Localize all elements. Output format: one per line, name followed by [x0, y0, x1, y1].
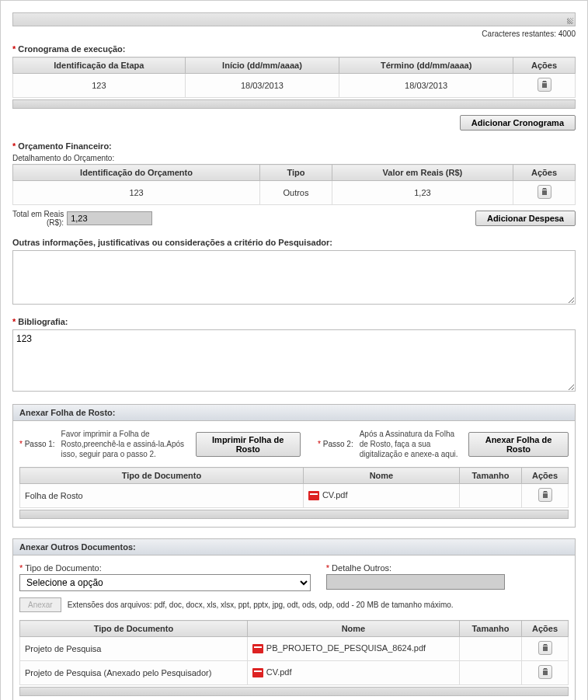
svg-rect-5: [254, 670, 262, 672]
svg-rect-0: [308, 491, 319, 500]
orc-ident: 123: [13, 181, 260, 205]
table-row: Projeto de Pesquisa PB_PROJETO_DE_PESQUI…: [20, 637, 569, 661]
orc-h-ident: Identificação do Orçamento: [13, 165, 260, 181]
detalhe-outros-input: [326, 574, 505, 590]
delete-button[interactable]: [538, 665, 552, 679]
orcamento-sublabel: Detalhamento do Orçamento:: [12, 154, 576, 162]
detalhe-outros-label: * Detalhe Outros:: [326, 563, 569, 573]
table-row: 123 Outros 1,23: [13, 181, 576, 205]
tipo-doc-select[interactable]: Selecione a opção: [19, 574, 311, 591]
rosto-h-tipo: Tipo de Documento: [20, 468, 304, 484]
passo2-text: Após a Assinatura da Folha de Rosto, faç…: [360, 429, 462, 459]
cronograma-inicio: 18/03/2013: [185, 74, 339, 98]
pdf-icon: [252, 643, 263, 655]
svg-rect-4: [252, 668, 263, 677]
table-row: Folha de Rosto CV.pdf: [20, 484, 569, 508]
od-h-tam: Tamanho: [460, 621, 522, 637]
od-nome[interactable]: CV.pdf: [266, 667, 292, 677]
char-counter: Caracteres restantes: 4000: [12, 30, 576, 38]
rosto-h-tam: Tamanho: [460, 468, 522, 484]
svg-rect-3: [254, 646, 262, 648]
rosto-tam: [460, 484, 522, 508]
anexar-rosto-button[interactable]: Anexar Folha de Rosto: [468, 432, 569, 457]
biblio-label: * Bibliografia:: [12, 317, 576, 326]
pdf-icon: [308, 489, 319, 502]
rosto-panel: Anexar Folha de Rosto: * Passo 1: Favor …: [12, 404, 576, 528]
outras-label: Outras informações, justificativas ou co…: [12, 238, 576, 247]
od-tam: [460, 661, 522, 685]
cronograma-table: Identificação da Etapa Início (dd/mm/aaa…: [12, 57, 576, 98]
cronograma-h-etapa: Identificação da Etapa: [13, 57, 186, 74]
svg-rect-2: [252, 644, 263, 653]
svg-rect-1: [310, 493, 318, 495]
rosto-h-acoes: Ações: [522, 468, 569, 484]
scrollbar[interactable]: [19, 510, 569, 519]
table-row: 123 18/03/2013 18/03/2013: [13, 74, 576, 98]
cronograma-termino: 18/03/2013: [339, 74, 513, 98]
delete-button[interactable]: [538, 641, 552, 655]
total-label: Total em Reais (R$):: [12, 210, 64, 227]
pdf-icon: [252, 667, 263, 679]
scrollbar[interactable]: [19, 687, 569, 696]
scrollbar[interactable]: [12, 99, 576, 109]
delete-button[interactable]: [538, 488, 552, 502]
orc-valor: 1,23: [332, 181, 513, 205]
rosto-h-nome: Nome: [303, 468, 459, 484]
cronograma-etapa: 123: [13, 74, 186, 98]
tipo-doc-label: * Tipo de Documento:: [19, 563, 311, 573]
passo1-label: * Passo 1:: [19, 440, 55, 448]
delete-button[interactable]: [538, 78, 551, 92]
od-tipo: Projeto de Pesquisa (Anexado pelo Pesqui…: [20, 661, 248, 685]
biblio-textarea[interactable]: 123: [12, 329, 576, 392]
extensions-note: Extensões dos arquivos: pdf, doc, docx, …: [68, 601, 454, 609]
imprimir-rosto-button[interactable]: Imprimir Folha de Rosto: [196, 432, 301, 457]
outros-docs-title: Anexar Outros Documentos:: [13, 539, 575, 555]
orc-h-valor: Valor em Reais (R$): [332, 165, 513, 181]
od-h-acoes: Ações: [522, 621, 569, 637]
table-row: Projeto de Pesquisa (Anexado pelo Pesqui…: [20, 661, 569, 685]
cronograma-h-termino: Término (dd/mm/aaaa): [339, 57, 513, 74]
add-despesa-button[interactable]: Adicionar Despesa: [475, 211, 576, 226]
top-textarea-collapsed[interactable]: [12, 12, 576, 26]
od-h-tipo: Tipo de Documento: [20, 621, 248, 637]
rosto-title: Anexar Folha de Rosto:: [13, 405, 575, 421]
outras-textarea[interactable]: [12, 250, 576, 305]
cronograma-label: * Cronograma de execução:: [12, 44, 576, 54]
outros-docs-table: Tipo de Documento Nome Tamanho Ações Pro…: [19, 620, 569, 685]
od-tam: [460, 637, 522, 661]
od-tipo: Projeto de Pesquisa: [20, 637, 248, 661]
anexar-button: Anexar: [19, 597, 61, 612]
orcamento-table: Identificação do Orçamento Tipo Valor em…: [12, 164, 576, 205]
cronograma-h-acoes: Ações: [513, 57, 576, 74]
delete-button[interactable]: [538, 185, 551, 199]
rosto-tipo: Folha de Rosto: [20, 484, 304, 508]
rosto-nome[interactable]: CV.pdf: [322, 490, 348, 500]
passo1-text: Favor imprimir a Folha de Rosto,preenchê…: [61, 429, 190, 459]
od-h-nome: Nome: [247, 621, 459, 637]
orcamento-label: * Orçamento Financeiro:: [12, 141, 576, 151]
outros-docs-panel: Anexar Outros Documentos: * Tipo de Docu…: [12, 538, 576, 700]
total-value: [67, 211, 152, 225]
passo2-label: * Passo 2:: [318, 440, 353, 448]
od-nome[interactable]: PB_PROJETO_DE_PESQUISA_8624.pdf: [266, 643, 426, 653]
orc-h-acoes: Ações: [513, 165, 576, 181]
cronograma-h-inicio: Início (dd/mm/aaaa): [185, 57, 339, 74]
add-cronograma-button[interactable]: Adicionar Cronograma: [460, 115, 576, 131]
rosto-table: Tipo de Documento Nome Tamanho Ações Fol…: [19, 467, 569, 508]
orc-h-tipo: Tipo: [260, 165, 332, 181]
orc-tipo: Outros: [260, 181, 332, 205]
